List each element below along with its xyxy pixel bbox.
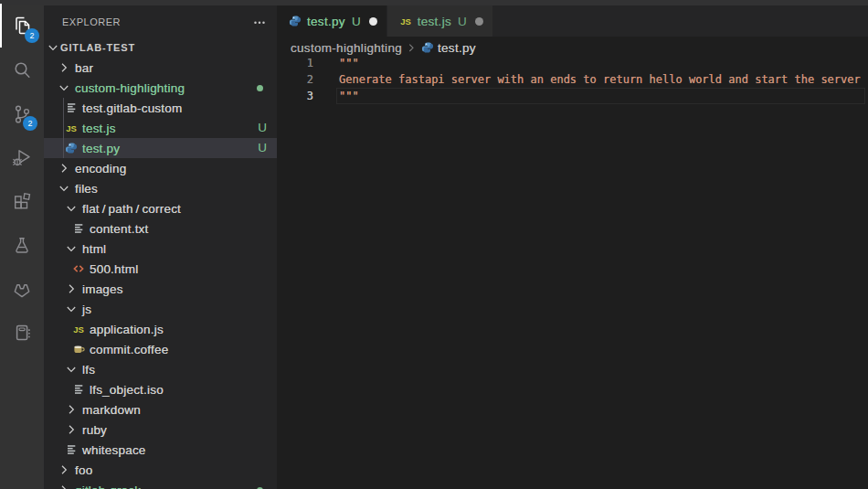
breadcrumb-file-label: test.py xyxy=(438,41,476,55)
activity-item-extensions[interactable] xyxy=(0,179,44,223)
activity-item-run-debug[interactable] xyxy=(0,135,44,179)
code-text: """ xyxy=(339,88,359,104)
folder-encoding[interactable]: encoding xyxy=(44,158,277,178)
tree-item-label: flat / path / correct xyxy=(82,202,181,216)
editor-group: test.pyUJStest.jsU custom-highlighting t… xyxy=(277,5,868,489)
sidebar-title: EXPLORER xyxy=(62,16,249,27)
tree-item-label: html xyxy=(82,242,106,256)
folder-ruby[interactable]: ruby xyxy=(44,420,277,440)
git-untracked-badge: U xyxy=(258,138,267,158)
svg-text:JS: JS xyxy=(400,16,411,27)
file-whitespace[interactable]: whitespace xyxy=(44,440,277,460)
section-header-gitlab-test[interactable]: GITLAB-TEST xyxy=(44,37,277,58)
dirty-dot-icon[interactable] xyxy=(475,17,483,26)
activity-item-source-control[interactable]: 2 xyxy=(0,91,44,135)
git-untracked-badge: U xyxy=(258,118,267,138)
vscode-window: 22 EXPLORER GITLAB-TEST barcustom-highli… xyxy=(0,0,868,489)
code-line-1[interactable]: 1""" xyxy=(277,55,868,71)
tree-item-label: files xyxy=(75,182,98,196)
line-number: 2 xyxy=(277,71,313,88)
folder-html[interactable]: html xyxy=(44,239,277,259)
chevron-down-icon xyxy=(64,302,79,316)
file-commit.coffee[interactable]: commit.coffee xyxy=(44,339,277,359)
folder-bar[interactable]: bar xyxy=(44,58,277,78)
file-application.js[interactable]: JSapplication.js xyxy=(44,319,277,339)
js-file-icon: JS xyxy=(71,322,86,336)
line-number: 1 xyxy=(277,55,313,71)
gitlab-icon xyxy=(11,278,33,300)
breadcrumb-file[interactable]: test.py xyxy=(420,40,476,55)
file-test.py[interactable]: test.pyU xyxy=(44,138,277,158)
generic-file-icon xyxy=(64,101,79,115)
folder-custom-highlighting[interactable]: custom-highlighting xyxy=(44,78,277,98)
extensions-icon xyxy=(11,190,33,212)
tree-item-label: ruby xyxy=(82,423,107,437)
git-untracked-badge: U xyxy=(458,15,467,28)
activity-item-explorer[interactable]: 2 xyxy=(0,4,44,48)
tree-item-label: lfs xyxy=(82,363,95,377)
python-icon xyxy=(420,40,435,55)
folder-flat-path-correct[interactable]: flat / path / correct xyxy=(44,198,277,218)
tree-item-label: gitlab-grack xyxy=(75,484,141,489)
tree-item-label: bar xyxy=(75,61,93,75)
tree-item-label: foo xyxy=(75,463,92,477)
search-icon xyxy=(11,58,33,80)
folder-foo[interactable]: foo xyxy=(44,460,277,480)
chevron-right-icon xyxy=(64,402,79,417)
folder-lfs[interactable]: lfs xyxy=(44,359,277,379)
more-actions-icon[interactable] xyxy=(249,12,270,32)
explorer-sidebar: EXPLORER GITLAB-TEST barcustom-highlight… xyxy=(44,5,277,489)
chevron-down-icon xyxy=(57,181,71,196)
chevron-right-icon xyxy=(64,282,79,296)
tab-test.py[interactable]: test.pyU xyxy=(277,5,386,37)
activity-item-notebook[interactable] xyxy=(0,311,44,355)
tree-item-label: markdown xyxy=(82,403,141,417)
chevron-down-icon xyxy=(64,362,79,377)
js-file-icon: JS xyxy=(64,121,79,135)
code-line-3[interactable]: 3""" xyxy=(277,88,868,104)
html-file-icon xyxy=(71,261,86,276)
folder-gitlab-grack[interactable]: gitlab-grack xyxy=(44,480,277,489)
svg-text:JS: JS xyxy=(66,123,77,133)
coffee-file-icon xyxy=(71,342,86,356)
breadcrumb-folder[interactable]: custom-highlighting xyxy=(291,41,402,55)
file-test.gitlab-custom[interactable]: test.gitlab-custom xyxy=(44,98,277,118)
sidebar-header: EXPLORER xyxy=(44,5,277,37)
code-text: """ xyxy=(339,55,359,71)
folder-images[interactable]: images xyxy=(44,279,277,299)
file-test.js[interactable]: JStest.jsU xyxy=(44,118,277,138)
chevron-right-icon xyxy=(57,483,71,489)
activity-bar: 22 xyxy=(0,5,44,489)
tree-item-label: test.gitlab-custom xyxy=(82,101,182,115)
chevron-down-icon xyxy=(57,80,71,95)
activity-item-search[interactable] xyxy=(0,48,44,91)
folder-markdown[interactable]: markdown xyxy=(44,399,277,420)
generic-file-icon xyxy=(71,382,86,397)
tab-test.js[interactable]: JStest.jsU xyxy=(387,5,492,37)
chevron-right-icon xyxy=(57,161,71,175)
tree-item-label: 500.html xyxy=(90,262,138,276)
javascript-icon: JS xyxy=(398,14,413,28)
chevron-down-icon xyxy=(46,40,60,55)
folder-js[interactable]: js xyxy=(44,299,277,319)
chevron-right-icon xyxy=(57,462,71,477)
activity-badge: 2 xyxy=(23,116,37,131)
chevron-down-icon xyxy=(64,201,79,216)
code-line-2[interactable]: 2Generate fastapi server with an ends to… xyxy=(277,71,868,88)
tree-item-label: images xyxy=(82,282,123,296)
tree-item-label: commit.coffee xyxy=(90,343,168,356)
line-number: 3 xyxy=(277,88,313,104)
file-lfs-object.iso[interactable]: lfs_object.iso xyxy=(44,379,277,399)
generic-file-icon xyxy=(64,442,79,457)
file-content.txt[interactable]: content.txt xyxy=(44,218,277,239)
file-500.html[interactable]: 500.html xyxy=(44,259,277,279)
section-label: GITLAB-TEST xyxy=(60,42,135,53)
code-area[interactable]: 1"""2Generate fastapi server with an end… xyxy=(277,55,868,489)
chevron-right-icon xyxy=(404,40,418,55)
dirty-dot-icon[interactable] xyxy=(369,17,377,26)
chevron-right-icon xyxy=(57,60,71,75)
activity-item-gitlab[interactable] xyxy=(0,267,44,311)
folder-files[interactable]: files xyxy=(44,178,277,198)
activity-item-testing[interactable] xyxy=(0,223,44,267)
code-text: Generate fastapi server with an ends to … xyxy=(339,71,861,88)
